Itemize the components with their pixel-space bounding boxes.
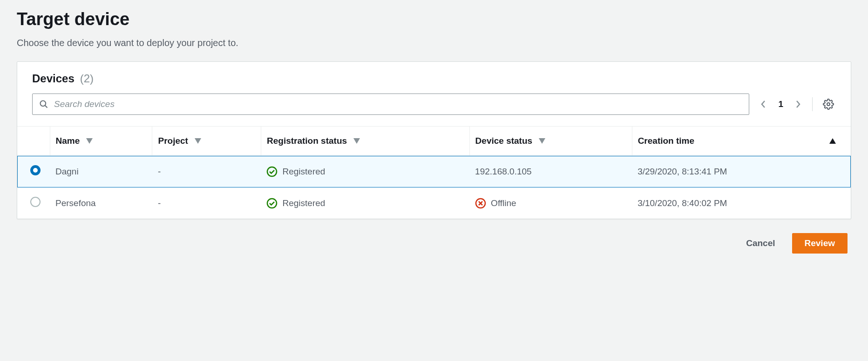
svg-line-1 <box>45 106 47 108</box>
footer-actions: Cancel Review <box>17 219 851 258</box>
page-title: Target device <box>17 9 851 29</box>
col-select <box>17 127 50 156</box>
svg-marker-6 <box>539 138 545 144</box>
cancel-button[interactable]: Cancel <box>742 234 779 253</box>
device-status-text: 192.168.0.105 <box>475 167 532 177</box>
chevron-right-icon <box>794 100 802 109</box>
panel-header: Devices (2) <box>17 62 851 85</box>
toolbar-divider <box>812 97 813 111</box>
check-circle-icon <box>266 166 278 177</box>
page-subtitle: Choose the device you want to deploy you… <box>17 38 851 48</box>
sort-icon <box>86 138 93 144</box>
col-project[interactable]: Project <box>152 127 261 156</box>
sort-icon <box>195 138 201 144</box>
svg-marker-3 <box>86 138 93 144</box>
table-row[interactable]: Persefona-RegisteredOffline3/10/2020, 8:… <box>17 187 851 219</box>
col-registration-status[interactable]: Registration status <box>261 127 469 156</box>
cell-project: - <box>152 187 261 219</box>
sort-asc-icon <box>829 138 836 144</box>
col-name[interactable]: Name <box>50 127 152 156</box>
svg-marker-4 <box>195 138 201 144</box>
device-status-text: Offline <box>491 198 516 208</box>
col-creation-time[interactable]: Creation time <box>632 127 851 156</box>
table-row[interactable]: Dagni-Registered192.168.0.1053/29/2020, … <box>17 156 851 187</box>
svg-point-2 <box>827 103 830 106</box>
search-input[interactable] <box>54 99 742 109</box>
gear-icon <box>823 99 834 110</box>
review-button[interactable]: Review <box>792 233 848 254</box>
cell-project: - <box>152 156 261 187</box>
search-field[interactable] <box>32 94 749 115</box>
cell-creation-time: 3/10/2020, 8:40:02 PM <box>632 187 851 219</box>
devices-table: Name Project Registration status <box>17 127 851 219</box>
col-registration-label: Registration status <box>267 136 347 146</box>
search-icon <box>39 100 48 109</box>
svg-point-0 <box>41 101 46 107</box>
cell-device-status: 192.168.0.105 <box>469 156 632 187</box>
svg-marker-7 <box>829 138 836 144</box>
sort-icon <box>539 138 545 144</box>
cell-device-status: Offline <box>469 187 632 219</box>
col-device-status-label: Device status <box>475 136 533 146</box>
registration-status-text: Registered <box>282 167 325 177</box>
cell-registration-status: Registered <box>261 156 469 187</box>
cell-name: Dagni <box>50 156 152 187</box>
x-circle-icon <box>475 198 486 209</box>
cell-name: Persefona <box>50 187 152 219</box>
svg-point-9 <box>267 199 277 208</box>
cell-creation-time: 3/29/2020, 8:13:41 PM <box>632 156 851 187</box>
chevron-left-icon <box>760 100 767 109</box>
svg-marker-5 <box>353 138 360 144</box>
panel-title: Devices <box>32 72 75 85</box>
prev-page-button[interactable] <box>758 98 769 111</box>
sort-icon <box>353 138 360 144</box>
page-number: 1 <box>778 99 783 109</box>
panel-count: (2) <box>80 72 94 85</box>
col-name-label: Name <box>56 136 80 146</box>
panel-toolbar: 1 <box>17 85 851 127</box>
pagination: 1 <box>758 98 804 111</box>
col-project-label: Project <box>158 136 188 146</box>
col-device-status[interactable]: Device status <box>469 127 632 156</box>
row-radio[interactable] <box>30 197 41 207</box>
registration-status-text: Registered <box>282 198 325 208</box>
settings-button[interactable] <box>821 97 836 112</box>
svg-point-8 <box>267 167 277 176</box>
row-radio[interactable] <box>30 165 41 175</box>
check-circle-icon <box>266 198 278 209</box>
next-page-button[interactable] <box>793 98 804 111</box>
cell-registration-status: Registered <box>261 187 469 219</box>
col-creation-time-label: Creation time <box>638 136 694 146</box>
devices-panel: Devices (2) 1 <box>17 61 851 219</box>
